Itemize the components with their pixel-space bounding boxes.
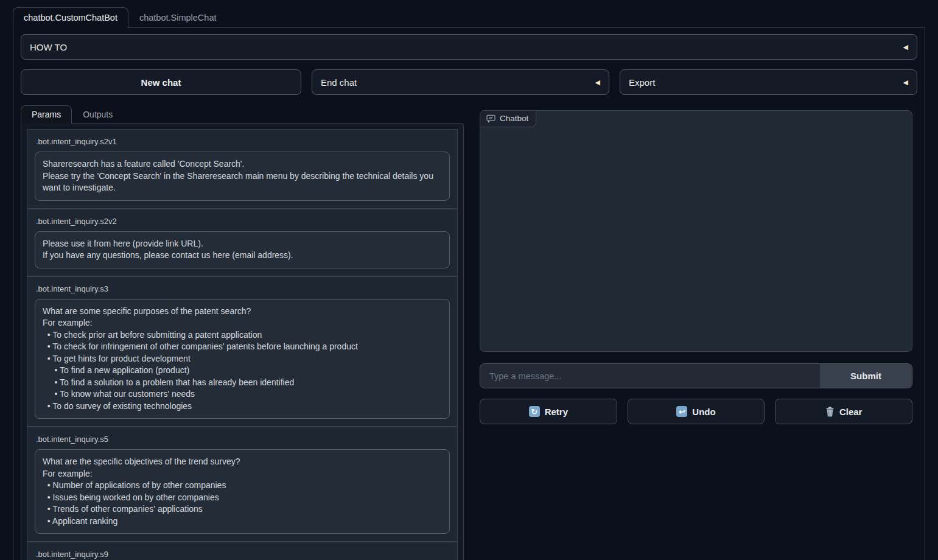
param-label: .bot.intent_inquiry.s3 [35,282,450,299]
howto-accordion-label: HOW TO [30,42,67,52]
param-block-s3: .bot.intent_inquiry.s3 What are some spe… [27,276,458,427]
param-block-s2v1: .bot.intent_inquiry.s2v1 Shareresearch h… [27,129,458,209]
chatbot-panel-label: Chatbot [480,111,536,127]
export-label: Export [629,77,655,88]
chatbot-label-text: Chatbot [500,114,528,123]
message-row: Submit [480,363,912,388]
export-accordion[interactable]: Export ◀ [620,69,917,95]
main-row: Params Outputs .bot.intent_inquiry.s2v1 … [21,105,917,560]
chat-bubble-icon [486,114,495,123]
param-textbox[interactable]: What are the specific objectives of the … [35,449,450,534]
clear-icon [825,407,835,417]
param-label: .bot.intent_inquiry.s2v1 [35,135,450,152]
top-tab-bar: chatbot.CustomChatBot chatbot.SimpleChat [13,7,925,28]
chat-actions-row: ↻ Retry ↩ Undo [480,399,912,424]
param-block-s2v2: .bot.intent_inquiry.s2v2 Please use it f… [27,209,458,276]
param-textbox[interactable]: Please use it from here (provide link UR… [35,231,450,268]
param-label: .bot.intent_inquiry.s9 [35,547,450,560]
params-panel: .bot.intent_inquiry.s2v1 Shareresearch h… [21,123,464,560]
message-input[interactable] [480,364,820,388]
chatbot-panel: Chatbot [480,110,912,352]
toolbar-row: New chat End chat ◀ Export ◀ [21,69,917,95]
retry-button[interactable]: ↻ Retry [480,399,617,424]
clear-button[interactable]: Clear [775,399,912,424]
param-textbox[interactable]: What are some specific purposes of the p… [35,299,450,419]
tab-outputs[interactable]: Outputs [72,105,124,124]
howto-accordion[interactable]: HOW TO ◀ [21,34,917,60]
right-column: Chatbot Submit ↻ Retry ↩ Undo [480,110,912,560]
collapse-arrow-icon: ◀ [903,79,908,86]
tab-params[interactable]: Params [21,105,72,124]
end-chat-label: End chat [321,77,357,88]
param-label: .bot.intent_inquiry.s5 [35,432,450,449]
end-chat-accordion[interactable]: End chat ◀ [312,69,609,95]
tab-content: HOW TO ◀ New chat End chat ◀ Export ◀ Pa… [13,27,925,560]
retry-label: Retry [545,407,568,417]
param-label: .bot.intent_inquiry.s2v2 [35,214,450,231]
left-tab-bar: Params Outputs [21,105,464,124]
submit-button[interactable]: Submit [820,364,912,388]
param-block-s5: .bot.intent_inquiry.s5 What are the spec… [27,427,458,542]
undo-icon: ↩ [676,406,687,417]
param-textbox[interactable]: Shareresearch has a feature called 'Conc… [35,152,450,201]
tab-chatbot-customchatbot[interactable]: chatbot.CustomChatBot [13,7,128,28]
param-block-s9: .bot.intent_inquiry.s9 [27,542,458,560]
left-column: Params Outputs .bot.intent_inquiry.s2v1 … [21,105,464,560]
undo-label: Undo [692,407,715,417]
retry-icon: ↻ [529,406,540,417]
tab-chatbot-simplechat[interactable]: chatbot.SimpleChat [128,7,228,28]
collapse-arrow-icon: ◀ [595,79,600,86]
clear-label: Clear [839,407,863,417]
app-root: chatbot.CustomChatBot chatbot.SimpleChat… [0,0,938,560]
new-chat-button[interactable]: New chat [21,69,301,95]
collapse-arrow-icon: ◀ [903,44,908,51]
undo-button[interactable]: ↩ Undo [628,399,765,424]
